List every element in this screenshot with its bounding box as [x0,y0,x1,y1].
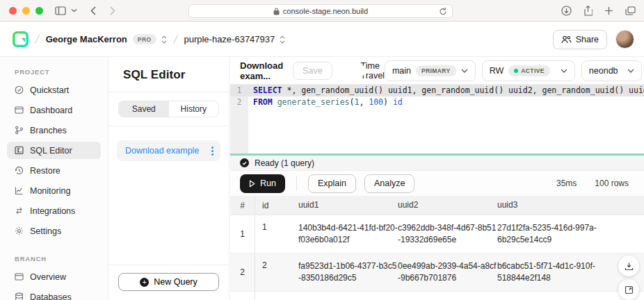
saved-query-item[interactable]: Download example [117,140,220,161]
sidebar-chevron-icon[interactable] [71,8,77,12]
col-header-id[interactable]: id [255,201,298,210]
database-dropdown[interactable]: neondb [581,60,642,81]
dashboard-icon [15,106,24,115]
run-label: Run [260,178,276,188]
settings-icon [15,226,24,235]
tab-saved[interactable]: Saved [119,101,169,117]
results-header-row: # id uuid1 uuid2 uuid3 [230,196,644,215]
project-selector-icon[interactable] [280,35,285,44]
run-button[interactable]: Run [240,174,285,193]
sidebar-item-integrations[interactable]: Integrations [7,202,101,219]
sidebar-item-quickstart[interactable]: Quickstart [7,81,101,99]
sidebar-item-dashboard[interactable]: Dashboard [7,101,101,119]
primary-badge: PRIMARY [416,65,456,76]
code-editor[interactable]: 1 SELECT *, gen_random_uuid() uuid1, gen… [230,85,644,153]
downloads-icon[interactable] [561,6,572,16]
sidebar: PROJECT Quickstart Dashboard Branches SQ… [0,57,108,300]
back-button[interactable] [90,6,96,15]
code-text: FROM generate_series(1, 100) id [248,97,403,108]
sidebar-item-restore[interactable]: Restore [7,162,101,179]
cell-uuid1: 68ccbcca-7715-4266-b6c5-9f7a14ea6e5e [298,292,398,300]
sidebar-item-settings[interactable]: Settings [7,222,101,240]
ready-text: Ready (1 query) [255,158,314,168]
table-row[interactable]: 3 3 68ccbcca-7715-4266-b6c5-9f7a14ea6e5e… [230,292,644,300]
row-index: 2 [230,253,255,291]
user-avatar[interactable] [615,30,634,49]
share-page-icon[interactable] [583,6,593,16]
restore-icon [15,166,24,175]
sidebar-item-label: Branches [30,126,67,135]
sidebar-item-sql-editor[interactable]: SQL Editor [7,142,101,159]
cell-uuid1: 140b3b4d-6421-41fd-bf20-f03e6b0a012f [298,215,398,253]
sidebar-item-label: Overview [30,272,66,282]
table-row[interactable]: 1 1 140b3b4d-6421-41fd-bf20-f03e6b0a012f… [230,215,644,253]
play-icon [249,180,255,188]
duration-value: 35ms [556,178,577,188]
cell-id: 2 [255,253,298,277]
panel-title: SQL Editor [123,68,229,82]
sidebar-item-databases[interactable]: Databases [7,288,101,300]
col-header-uuid2[interactable]: uuid2 [398,199,497,211]
reload-icon[interactable] [439,7,447,16]
sidebar-item-branches[interactable]: Branches [7,122,101,139]
close-window-button[interactable] [9,7,17,15]
col-header-uuid1[interactable]: uuid1 [298,199,398,211]
share-button[interactable]: Share [553,30,607,49]
new-query-label: New Query [154,277,198,287]
code-line-2[interactable]: 2 FROM generate_series(1, 100) id [230,97,644,108]
code-line-1[interactable]: 1 SELECT *, gen_random_uuid() uuid1, gen… [230,85,644,97]
sidebar-item-overview[interactable]: Overview [7,268,101,285]
sidebar-toggle-icon[interactable] [55,6,66,15]
row-count-value: 100 rows [595,178,629,188]
org-selector-icon[interactable] [161,35,167,44]
saved-query-label: Download example [125,146,199,156]
project-breadcrumb[interactable]: purple-haze-63747937 [184,34,275,44]
browser-chrome: console-stage.neon.build [0,0,644,22]
app-header: / George MacKerron PRO / purple-haze-637… [0,22,644,57]
address-bar[interactable]: console-stage.neon.build [188,4,453,18]
table-row[interactable]: 2 2 fa9523d1-1b06-4377-b3c5-8350186d29c5… [230,253,644,292]
explain-button[interactable]: Explain [308,174,356,193]
panel-divider-2 [108,126,229,126]
zoom-window-button[interactable] [35,7,43,15]
analyze-button[interactable]: Analyze [364,174,414,193]
forward-button[interactable] [110,6,115,15]
chevron-down-icon [561,69,567,73]
compute-dropdown[interactable]: RW ACTIVE [482,60,575,81]
save-button[interactable]: Save [293,62,332,80]
query-title: Download exam... [240,60,283,81]
org-breadcrumb[interactable]: George MacKerron [46,34,127,44]
tab-history[interactable]: History [169,101,219,117]
cell-uuid3: 27d1f2fa-5235-416d-997a-6b29c5e14cc9 [497,215,597,253]
sidebar-item-label: SQL Editor [30,146,72,156]
chevron-down-icon [627,69,634,73]
tab-overview-icon[interactable] [625,6,636,15]
editor-toolbar: Download exam... Save Time Travel main P… [230,57,644,85]
window-controls[interactable] [9,7,43,15]
sql-editor-main: Download exam... Save Time Travel main P… [230,57,644,300]
people-icon [561,35,572,44]
branch-dropdown[interactable]: main PRIMARY [385,60,476,81]
share-button-label: Share [576,35,599,44]
lock-icon [273,8,280,15]
results-table: # id uuid1 uuid2 uuid3 1 1 140b3b4d-6421… [230,196,644,300]
plus-icon: + [140,278,149,287]
cell-uuid3: 6ee5dd2f-c981-4756-b277-0784be729d90 [497,292,597,300]
sidebar-item-label: Settings [30,226,61,236]
new-query-button[interactable]: + New Query [118,273,219,291]
neon-logo[interactable] [13,31,29,47]
col-header-index: # [230,196,255,215]
minimize-window-button[interactable] [22,7,30,15]
expand-results-button[interactable] [618,279,639,300]
cell-uuid2: 0ee499ab-2939-4a54-a8cf-9b667b701876 [398,253,497,291]
cell-uuid1: fa9523d1-1b06-4377-b3c5-8350186d29c5 [298,253,398,291]
col-header-uuid3[interactable]: uuid3 [497,199,597,211]
quickstart-icon [15,85,24,94]
kebab-menu-icon[interactable] [211,147,214,156]
branch-value: main [392,66,411,76]
active-badge: ACTIVE [508,65,550,76]
download-results-button[interactable] [618,256,639,276]
new-tab-icon[interactable] [604,6,613,15]
sidebar-item-monitoring[interactable]: Monitoring [7,182,101,199]
sidebar-item-label: Quickstart [30,85,69,95]
